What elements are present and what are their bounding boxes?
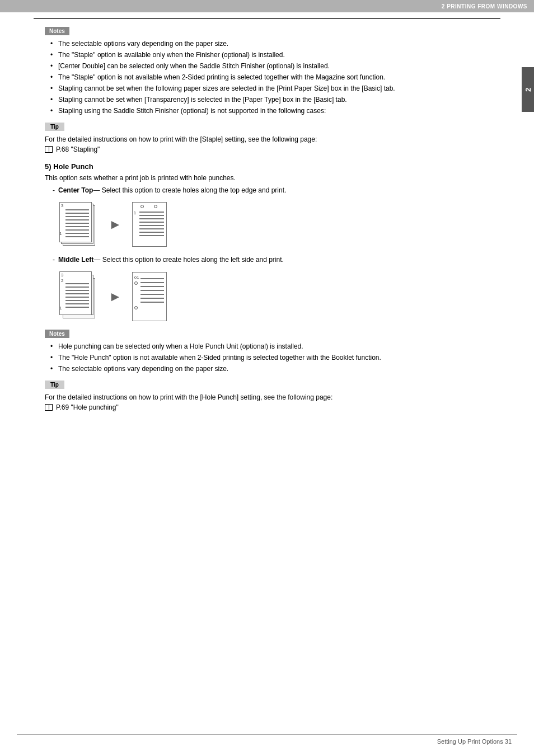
footer-text: Setting Up Print Options 31 <box>17 738 517 745</box>
bottom-rule <box>17 734 517 735</box>
list-item: The "Staple" option is not available whe… <box>50 72 489 82</box>
arrow-right-1: ► <box>109 217 122 232</box>
notes-badge-2: Notes <box>45 330 489 341</box>
list-item: Stapling using the Saddle Stitch Finishe… <box>50 106 489 116</box>
input-stack-1: 3 1 <box>58 200 99 249</box>
notes-badge-1: Notes <box>45 27 489 39</box>
list-item: Hole punching can be selected only when … <box>50 341 489 351</box>
list-item: The "Hole Punch" option is not available… <box>50 353 489 363</box>
book-icon <box>45 146 53 153</box>
list-item: [Center Double] can be selected only whe… <box>50 61 489 71</box>
center-top-diagram: 3 1 ► <box>58 200 489 249</box>
footer: Setting Up Print Options 31 <box>0 723 534 745</box>
main-content: Notes The selectable options vary depend… <box>45 27 489 412</box>
tip-text-2: For the detailed instructions on how to … <box>45 392 489 402</box>
side-tab: 2 <box>522 67 534 112</box>
notes-list-2: Hole punching can be selected only when … <box>45 341 489 374</box>
arrow-right-2: ► <box>109 289 122 304</box>
list-item: The selectable options vary depending on… <box>50 39 489 49</box>
hole-punch-desc: This option sets whether a print job is … <box>45 173 489 183</box>
result-paper-2: o1 <box>132 272 167 321</box>
hole-punch-heading: 5) Hole Punch <box>45 162 489 171</box>
middle-left-diagram: 3 2 1 ► <box>58 269 489 324</box>
header-title: 2 PRINTING FROM WINDOWS <box>442 3 527 10</box>
header-bar: 2 PRINTING FROM WINDOWS <box>0 0 534 12</box>
list-item: The "Staple" option is available only wh… <box>50 50 489 60</box>
tip-block-2: Tip For the detailed instructions on how… <box>45 376 489 412</box>
list-item: Stapling cannot be set when [Transparenc… <box>50 95 489 105</box>
option-middle-left: - Middle Left— Select this option to cre… <box>53 255 489 265</box>
book-icon-2 <box>45 404 53 411</box>
tip-block-1: Tip For the detailed instructions on how… <box>45 118 489 154</box>
tip-link-1: P.68 "Stapling" <box>45 144 489 154</box>
list-item: Stapling cannot be set when the followin… <box>50 83 489 93</box>
notes-list-1: The selectable options vary depending on… <box>45 39 489 116</box>
result-paper-1: 1 <box>132 202 167 247</box>
tip-text-1: For the detailed instructions on how to … <box>45 134 489 144</box>
input-stack-2: 3 2 1 <box>58 269 99 324</box>
tip-link-2: P.69 "Hole punching" <box>45 402 489 412</box>
list-item: The selectable options vary depending on… <box>50 364 489 374</box>
option-center-top: - Center Top— Select this option to crea… <box>53 185 489 195</box>
top-rule <box>34 18 500 19</box>
